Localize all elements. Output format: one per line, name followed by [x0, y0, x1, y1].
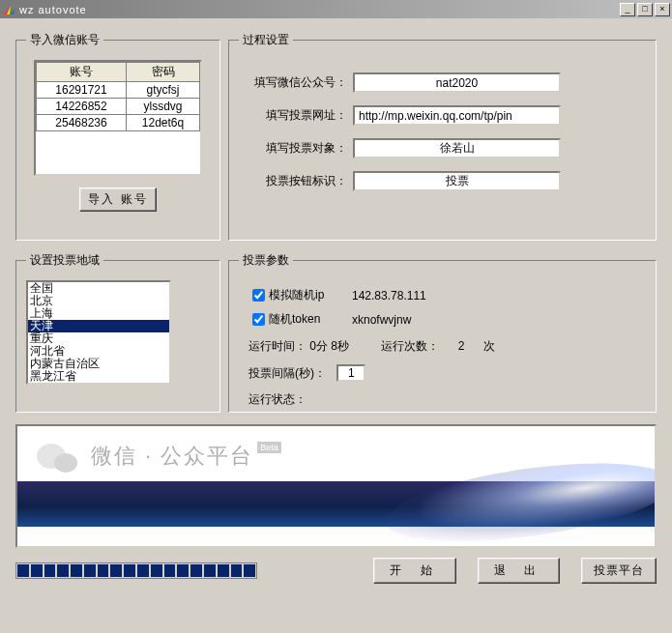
platform-button[interactable]: 投票平台	[581, 558, 657, 584]
label-random-token: 随机token	[269, 311, 352, 328]
progress-segment	[124, 564, 135, 577]
params-group: 投票参数 模拟随机ip 142.83.78.111 随机token xknofw…	[228, 252, 657, 413]
app-icon	[2, 3, 15, 16]
progress-segment	[57, 564, 69, 577]
value-runtime: 0分 8秒	[309, 338, 377, 355]
label-url: 填写投票网址：	[239, 107, 353, 124]
accounts-table: 账号 密码 16291721gtycfsj14226852ylssdvg2546…	[36, 62, 200, 131]
input-target[interactable]	[353, 138, 561, 158]
table-row[interactable]: 14226852ylssdvg	[37, 99, 200, 115]
col-account: 账号	[37, 63, 127, 82]
progress-segment	[204, 564, 216, 577]
progress-segment	[84, 564, 96, 577]
process-legend: 过程设置	[239, 32, 293, 48]
progress-segment	[137, 564, 149, 577]
col-password: 密码	[127, 63, 200, 82]
input-url[interactable]	[353, 105, 561, 126]
chk-random-token[interactable]	[252, 313, 265, 326]
cell-password: ylssdvg	[127, 99, 200, 115]
region-listbox[interactable]: 全国北京上海天津重庆河北省内蒙古自治区黑龙江省吉林省	[26, 280, 171, 385]
cell-password: gtycfsj	[127, 82, 200, 99]
table-row[interactable]: 2546823612det6q	[37, 115, 200, 131]
label-btnid: 投票按钮标识：	[239, 173, 353, 189]
cell-account: 14226852	[37, 99, 127, 115]
input-btnid[interactable]	[353, 171, 561, 191]
cell-account: 16291721	[37, 82, 127, 99]
beta-badge: Beta	[257, 442, 281, 453]
progress-bar	[15, 562, 257, 579]
titlebar: wz autovote _ □ ×	[0, 0, 672, 18]
region-option[interactable]: 吉林省	[28, 383, 169, 385]
label-target: 填写投票对象：	[239, 140, 353, 157]
progress-segment	[71, 564, 82, 577]
progress-segment	[218, 564, 229, 577]
progress-segment	[244, 564, 255, 577]
banner-text: 微信 · 公众平台	[91, 442, 253, 471]
chk-random-ip[interactable]	[252, 289, 265, 302]
table-row[interactable]: 16291721gtycfsj	[37, 82, 200, 99]
maximize-button[interactable]: □	[637, 3, 653, 16]
close-button[interactable]: ×	[655, 3, 670, 16]
progress-segment	[31, 564, 43, 577]
progress-segment	[44, 564, 56, 577]
params-legend: 投票参数	[239, 252, 293, 269]
nebula-graphic	[381, 448, 657, 548]
accounts-table-wrap: 账号 密码 16291721gtycfsj14226852ylssdvg2546…	[34, 60, 202, 176]
accounts-legend: 导入微信账号	[26, 32, 103, 48]
label-runcount: 运行次数：	[381, 339, 439, 353]
input-interval[interactable]: 1	[336, 364, 365, 382]
label-pub: 填写微信公众号：	[239, 74, 353, 91]
cell-password: 12det6q	[127, 115, 200, 131]
value-random-ip: 142.83.78.111	[352, 289, 426, 302]
value-runcount: 2	[442, 339, 481, 353]
accounts-group: 导入微信账号 账号 密码 16291721gtycfsj14226852ylss…	[15, 32, 220, 241]
region-group: 设置投票地域 全国北京上海天津重庆河北省内蒙古自治区黑龙江省吉林省	[15, 252, 220, 413]
label-random-ip: 模拟随机ip	[269, 287, 352, 303]
region-legend: 设置投票地域	[26, 252, 103, 269]
value-random-token: xknofwvjnw	[352, 313, 411, 327]
start-button[interactable]: 开 始	[373, 558, 455, 584]
wechat-icon	[37, 442, 81, 480]
banner-container[interactable]: 微信 · 公众平台 Beta	[15, 424, 657, 548]
progress-segment	[151, 564, 162, 577]
unit-runcount: 次	[483, 339, 495, 353]
input-pub[interactable]	[353, 72, 561, 93]
progress-segment	[177, 564, 189, 577]
progress-segment	[110, 564, 122, 577]
cell-account: 25468236	[37, 115, 127, 131]
minimize-button[interactable]: _	[620, 3, 635, 16]
label-interval: 投票间隔(秒)：	[248, 366, 326, 380]
progress-segment	[190, 564, 202, 577]
progress-segment	[17, 564, 29, 577]
progress-segment	[164, 564, 176, 577]
label-status: 运行状态：	[248, 392, 307, 406]
progress-segment	[231, 564, 243, 577]
progress-segment	[98, 564, 109, 577]
banner: 微信 · 公众平台 Beta	[17, 426, 655, 527]
window-title: wz autovote	[19, 4, 618, 15]
process-group: 过程设置 填写微信公众号： 填写投票网址： 填写投票对象： 投票按钮标识：	[228, 32, 657, 241]
label-runtime: 运行时间：	[248, 339, 307, 353]
import-account-button[interactable]: 导入 账号	[79, 187, 156, 212]
exit-button[interactable]: 退 出	[478, 558, 560, 584]
